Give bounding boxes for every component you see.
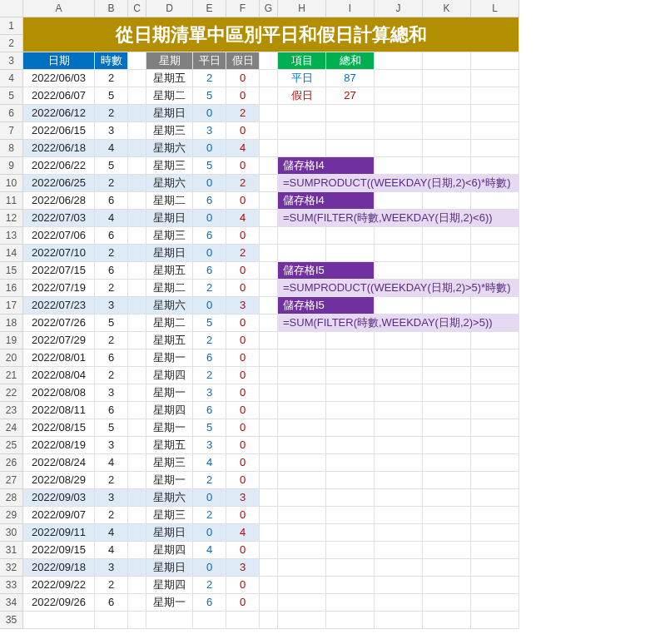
row-header[interactable]: 31 — [0, 542, 23, 559]
cell-hours[interactable]: 3 — [95, 122, 128, 140]
cell-wd[interactable]: 6 — [193, 192, 226, 210]
row-header[interactable]: 27 — [0, 472, 23, 489]
row-header[interactable]: 1 — [0, 17, 23, 35]
empty-cell[interactable] — [423, 542, 471, 559]
col-header[interactable]: G — [260, 0, 278, 17]
cell-wd[interactable]: 2 — [193, 507, 226, 524]
empty-cell[interactable] — [128, 612, 146, 629]
empty-cell[interactable] — [471, 507, 519, 524]
row-header[interactable]: 11 — [0, 192, 23, 210]
empty-cell[interactable] — [326, 472, 375, 489]
empty-cell[interactable] — [128, 70, 146, 87]
cell-wd[interactable]: 0 — [193, 245, 226, 262]
empty-cell[interactable] — [423, 524, 471, 542]
cell-hours[interactable]: 3 — [95, 559, 128, 577]
cell-we[interactable]: 4 — [226, 210, 260, 227]
empty-cell[interactable] — [260, 297, 278, 315]
empty-cell[interactable] — [375, 507, 423, 524]
cell-we[interactable]: 3 — [226, 559, 260, 577]
cell-hours[interactable]: 2 — [95, 70, 128, 87]
row-header[interactable]: 16 — [0, 280, 23, 297]
cell-weekday[interactable]: 星期四 — [146, 577, 193, 594]
empty-cell[interactable] — [423, 577, 471, 594]
cell-we[interactable]: 2 — [226, 175, 260, 192]
empty-cell[interactable] — [260, 175, 278, 192]
cell-hours[interactable]: 2 — [95, 332, 128, 349]
cell-hours[interactable]: 2 — [95, 280, 128, 297]
cell-hours[interactable]: 5 — [95, 87, 128, 105]
row-header[interactable]: 3 — [0, 52, 23, 70]
empty-cell[interactable] — [260, 140, 278, 157]
empty-cell[interactable] — [278, 402, 326, 419]
cell-hours[interactable]: 5 — [95, 157, 128, 175]
cell-hours[interactable]: 2 — [95, 175, 128, 192]
empty-cell[interactable] — [128, 419, 146, 437]
cell-weekday[interactable]: 星期四 — [146, 402, 193, 419]
empty-cell[interactable] — [326, 227, 375, 245]
cell-date[interactable]: 2022/08/08 — [23, 384, 95, 402]
empty-cell[interactable] — [423, 122, 471, 140]
empty-cell[interactable] — [260, 210, 278, 227]
cell-wd[interactable]: 4 — [193, 454, 226, 472]
cell-date[interactable]: 2022/08/15 — [23, 419, 95, 437]
empty-cell[interactable] — [260, 280, 278, 297]
cell-weekday[interactable]: 星期日 — [146, 524, 193, 542]
empty-cell[interactable] — [128, 594, 146, 612]
empty-cell[interactable] — [278, 332, 326, 349]
empty-cell[interactable] — [423, 507, 471, 524]
empty-cell[interactable] — [278, 559, 326, 577]
row-header[interactable]: 7 — [0, 122, 23, 140]
empty-cell[interactable] — [326, 437, 375, 454]
empty-cell[interactable] — [471, 157, 519, 175]
row-header[interactable]: 22 — [0, 384, 23, 402]
empty-cell[interactable] — [471, 419, 519, 437]
empty-cell[interactable] — [128, 507, 146, 524]
empty-cell[interactable] — [278, 227, 326, 245]
cell-we[interactable]: 3 — [226, 489, 260, 507]
empty-cell[interactable] — [375, 384, 423, 402]
empty-cell[interactable] — [375, 594, 423, 612]
empty-cell[interactable] — [471, 559, 519, 577]
empty-cell[interactable] — [375, 70, 423, 87]
row-header[interactable]: 17 — [0, 297, 23, 315]
cell-wd[interactable]: 0 — [193, 140, 226, 157]
empty-cell[interactable] — [326, 489, 375, 507]
empty-cell[interactable] — [260, 245, 278, 262]
empty-cell[interactable] — [260, 192, 278, 210]
empty-cell[interactable] — [423, 612, 471, 629]
cell-date[interactable]: 2022/09/18 — [23, 559, 95, 577]
empty-cell[interactable] — [278, 140, 326, 157]
cell-date[interactable]: 2022/08/19 — [23, 437, 95, 454]
empty-cell[interactable] — [326, 507, 375, 524]
empty-cell[interactable] — [423, 262, 471, 280]
empty-cell[interactable] — [375, 524, 423, 542]
gap-cell[interactable] — [128, 105, 146, 122]
cell-weekday[interactable]: 星期五 — [146, 262, 193, 280]
cell-weekday[interactable]: 星期一 — [146, 384, 193, 402]
empty-cell[interactable] — [278, 454, 326, 472]
cell-wd[interactable]: 2 — [193, 70, 226, 87]
cell-hours[interactable]: 2 — [95, 105, 128, 122]
cell-we[interactable]: 0 — [226, 87, 260, 105]
cell-weekday[interactable]: 星期四 — [146, 542, 193, 559]
empty-cell[interactable] — [471, 140, 519, 157]
empty-cell[interactable] — [260, 367, 278, 384]
row-header[interactable]: 23 — [0, 402, 23, 419]
cell-wd[interactable]: 2 — [193, 332, 226, 349]
empty-cell[interactable] — [326, 384, 375, 402]
cell-weekday[interactable]: 星期六 — [146, 175, 193, 192]
empty-cell[interactable] — [471, 192, 519, 210]
cell-hours[interactable]: 4 — [95, 210, 128, 227]
empty-cell[interactable] — [423, 140, 471, 157]
empty-cell[interactable] — [260, 594, 278, 612]
row-header[interactable]: 2 — [0, 35, 23, 52]
cell-weekday[interactable]: 星期五 — [146, 70, 193, 87]
empty-cell[interactable] — [260, 577, 278, 594]
empty-cell[interactable] — [278, 577, 326, 594]
empty-cell[interactable] — [260, 52, 278, 70]
empty-cell[interactable] — [375, 454, 423, 472]
cell-wd[interactable]: 6 — [193, 349, 226, 367]
empty-cell[interactable] — [226, 612, 260, 629]
cell-we[interactable]: 0 — [226, 122, 260, 140]
empty-cell[interactable] — [471, 245, 519, 262]
